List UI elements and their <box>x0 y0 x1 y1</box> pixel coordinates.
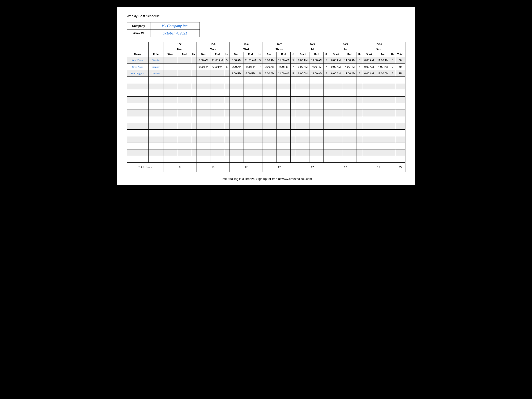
cell-total <box>395 83 405 90</box>
cell-end <box>310 130 324 136</box>
cell-end <box>343 90 357 96</box>
cell-hr <box>390 156 395 163</box>
cell-start <box>362 123 376 130</box>
page-title: Weekly Shift Schedule <box>127 14 405 18</box>
cell-hr <box>324 136 329 143</box>
cell-end <box>177 63 191 70</box>
cell-end <box>376 136 390 143</box>
date-header: 10/9 <box>329 42 362 47</box>
cell-end: 11:00 AM <box>243 57 257 63</box>
cell-end <box>310 103 324 110</box>
cell-hr <box>224 130 229 136</box>
cell-end <box>177 70 191 77</box>
cell-start <box>296 143 310 149</box>
blank <box>395 42 405 47</box>
cell-total <box>395 90 405 96</box>
cell-end <box>177 90 191 96</box>
col-start: Start <box>229 52 243 57</box>
cell-end <box>177 77 191 83</box>
employee-role <box>148 83 163 90</box>
cell-total <box>395 116 405 123</box>
cell-start <box>163 70 177 77</box>
cell-start <box>296 96 310 103</box>
cell-end: 6:00 PM <box>210 63 224 70</box>
cell-end <box>210 156 224 163</box>
col-hr: Hr <box>257 52 263 57</box>
cell-hr: 5 <box>257 57 263 63</box>
cell-start <box>263 149 277 156</box>
cell-start: 9:00 AM <box>362 63 376 70</box>
cell-end <box>177 156 191 163</box>
cell-start: 1:00 PM <box>196 63 210 70</box>
cell-hr <box>191 136 196 143</box>
cell-start: 9:00 AM <box>263 63 277 70</box>
cell-hr <box>291 83 296 90</box>
table-row <box>127 103 405 110</box>
employee-name: Sam Taggart <box>127 70 148 77</box>
cell-hr: 7 <box>291 63 296 70</box>
employee-role <box>148 123 163 130</box>
cell-hr <box>257 130 263 136</box>
cell-start <box>296 123 310 130</box>
cell-hr <box>191 116 196 123</box>
cell-start <box>263 130 277 136</box>
cell-hr <box>224 149 229 156</box>
cell-end <box>177 57 191 63</box>
cell-hr <box>224 90 229 96</box>
cell-total <box>395 123 405 130</box>
cell-start <box>163 83 177 90</box>
employee-name <box>127 103 148 110</box>
cell-end <box>210 83 224 90</box>
cell-hr <box>191 77 196 83</box>
cell-hr <box>257 103 263 110</box>
cell-hr <box>191 96 196 103</box>
cell-start <box>196 136 210 143</box>
meta-company-label: Company <box>127 22 150 30</box>
cell-hr <box>191 70 196 77</box>
cell-end <box>310 136 324 143</box>
cell-start <box>263 103 277 110</box>
cell-hr <box>257 90 263 96</box>
cell-end <box>177 110 191 116</box>
cell-start <box>329 123 343 130</box>
cell-end <box>210 130 224 136</box>
date-header: 10/8 <box>296 42 329 47</box>
cell-start <box>196 156 210 163</box>
cell-end <box>310 90 324 96</box>
cell-hr: 5 <box>324 57 329 63</box>
cell-hr: 5 <box>357 70 362 77</box>
cell-end <box>343 130 357 136</box>
employee-role: Cashier <box>148 63 163 70</box>
cell-start <box>229 83 243 90</box>
cell-start <box>329 130 343 136</box>
cell-hr <box>291 90 296 96</box>
col-end: End <box>376 52 390 57</box>
cell-total <box>395 130 405 136</box>
cell-end <box>343 103 357 110</box>
table-row: John CarterCashier6:00 AM11:00 AM56:00 A… <box>127 57 405 63</box>
cell-start <box>362 83 376 90</box>
cell-end <box>243 77 257 83</box>
cell-hr <box>390 116 395 123</box>
cell-end <box>210 136 224 143</box>
employee-name <box>127 156 148 163</box>
cell-total <box>395 156 405 163</box>
cell-total: 40 <box>395 63 405 70</box>
cell-end <box>310 116 324 123</box>
schedule-table: 10/410/510/610/710/810/910/10MonTuesWedT… <box>127 42 405 172</box>
cell-hr <box>390 110 395 116</box>
cell-hr <box>257 149 263 156</box>
cell-end <box>177 96 191 103</box>
cell-end <box>343 136 357 143</box>
meta-table: Company My Company Inc. Week Of October … <box>127 22 200 37</box>
cell-start <box>329 110 343 116</box>
employee-name: Greg Pratt <box>127 63 148 70</box>
cell-hr <box>191 130 196 136</box>
cell-end <box>243 83 257 90</box>
cell-end <box>376 110 390 116</box>
cell-end <box>277 77 291 83</box>
cell-start <box>362 90 376 96</box>
dayname-header: Fri <box>296 47 329 52</box>
cell-end <box>376 77 390 83</box>
employee-name <box>127 136 148 143</box>
